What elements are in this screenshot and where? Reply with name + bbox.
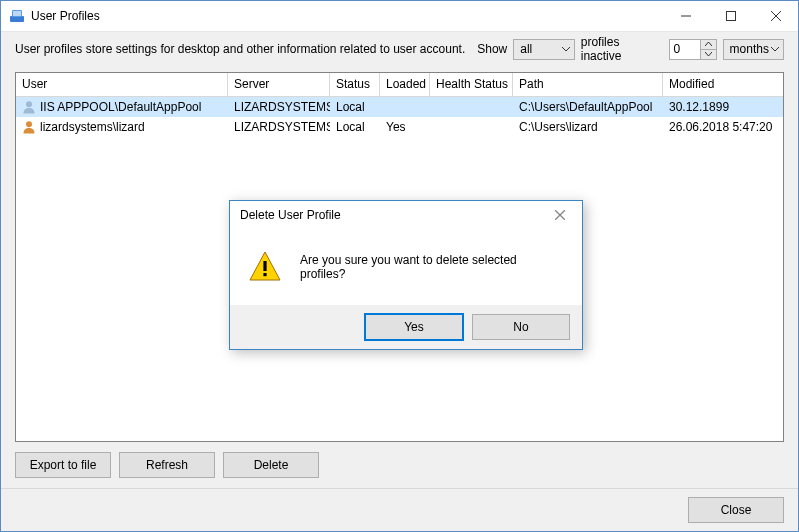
col-header-user[interactable]: User <box>16 73 228 96</box>
app-icon <box>9 8 25 24</box>
col-header-modified[interactable]: Modified <box>663 73 781 96</box>
cell: LIZARDSYSTEMS <box>228 117 330 137</box>
table-row[interactable]: lizardsystems\lizardLIZARDSYSTEMSLocalYe… <box>16 117 783 137</box>
maximize-button[interactable] <box>708 2 753 31</box>
toolbar-description: User profiles store settings for desktop… <box>15 42 465 56</box>
spinner-down-button[interactable] <box>701 50 716 59</box>
cell: Yes <box>380 117 430 137</box>
export-button[interactable]: Export to file <box>15 452 111 478</box>
user-icon <box>22 120 36 134</box>
dialog-titlebar: Delete User Profile <box>230 201 582 229</box>
svg-rect-12 <box>263 261 266 271</box>
cell <box>430 117 513 137</box>
dialog-body: Are you sure you want to delete selected… <box>230 229 582 305</box>
dialog-close-button[interactable] <box>544 204 576 226</box>
dialog-title: Delete User Profile <box>240 208 341 222</box>
cell: Local <box>330 117 380 137</box>
period-select[interactable]: months <box>723 39 784 60</box>
cell: LIZARDSYSTEMS <box>228 97 330 117</box>
svg-rect-2 <box>13 11 21 16</box>
svg-point-8 <box>26 121 32 127</box>
dialog-message: Are you sure you want to delete selected… <box>300 253 564 281</box>
svg-point-7 <box>26 101 32 107</box>
grid-body: IIS APPPOOL\DefaultAppPoolLIZARDSYSTEMSL… <box>16 97 783 137</box>
inactive-value[interactable]: 0 <box>670 40 700 59</box>
show-select-value: all <box>520 42 532 56</box>
cell <box>430 97 513 117</box>
show-select[interactable]: all <box>513 39 574 60</box>
footer: Close <box>1 488 798 531</box>
close-window-button[interactable] <box>753 2 798 31</box>
delete-confirmation-dialog: Delete User Profile Are you sure you wan… <box>229 200 583 350</box>
dialog-yes-button[interactable]: Yes <box>364 313 464 341</box>
refresh-button[interactable]: Refresh <box>119 452 215 478</box>
close-button[interactable]: Close <box>688 497 784 523</box>
minimize-button[interactable] <box>663 2 708 31</box>
cell: 30.12.1899 <box>663 97 781 117</box>
inactive-spinner[interactable]: 0 <box>669 39 717 60</box>
cell <box>380 97 430 117</box>
inactive-label: profiles inactive <box>581 35 663 63</box>
titlebar: User Profiles <box>1 1 798 32</box>
col-header-path[interactable]: Path <box>513 73 663 96</box>
col-header-status[interactable]: Status <box>330 73 380 96</box>
action-buttons-row: Export to file Refresh Delete <box>1 442 798 488</box>
svg-rect-13 <box>263 273 266 276</box>
col-header-server[interactable]: Server <box>228 73 330 96</box>
cell: Local <box>330 97 380 117</box>
cell: C:\Users\DefaultAppPool <box>513 97 663 117</box>
svg-rect-4 <box>726 12 735 21</box>
cell: 26.06.2018 5:47:20 <box>663 117 781 137</box>
chevron-down-icon <box>562 42 570 56</box>
cell: lizardsystems\lizard <box>16 117 228 137</box>
grid-header-row: User Server Status Loaded Health Status … <box>16 73 783 97</box>
main-window: User Profiles User profiles store settin… <box>0 0 799 532</box>
warning-icon <box>248 250 282 284</box>
period-select-value: months <box>730 42 769 56</box>
dialog-no-button[interactable]: No <box>472 314 570 340</box>
chevron-down-icon <box>771 42 779 56</box>
delete-button[interactable]: Delete <box>223 452 319 478</box>
show-label: Show <box>477 42 507 56</box>
toolbar: User profiles store settings for desktop… <box>1 32 798 66</box>
table-row[interactable]: IIS APPPOOL\DefaultAppPoolLIZARDSYSTEMSL… <box>16 97 783 117</box>
dialog-footer: Yes No <box>230 305 582 349</box>
col-header-health[interactable]: Health Status <box>430 73 513 96</box>
col-header-loaded[interactable]: Loaded <box>380 73 430 96</box>
cell: C:\Users\lizard <box>513 117 663 137</box>
user-icon <box>22 100 36 114</box>
window-title: User Profiles <box>31 9 100 23</box>
spinner-up-button[interactable] <box>701 40 716 50</box>
cell: IIS APPPOOL\DefaultAppPool <box>16 97 228 117</box>
